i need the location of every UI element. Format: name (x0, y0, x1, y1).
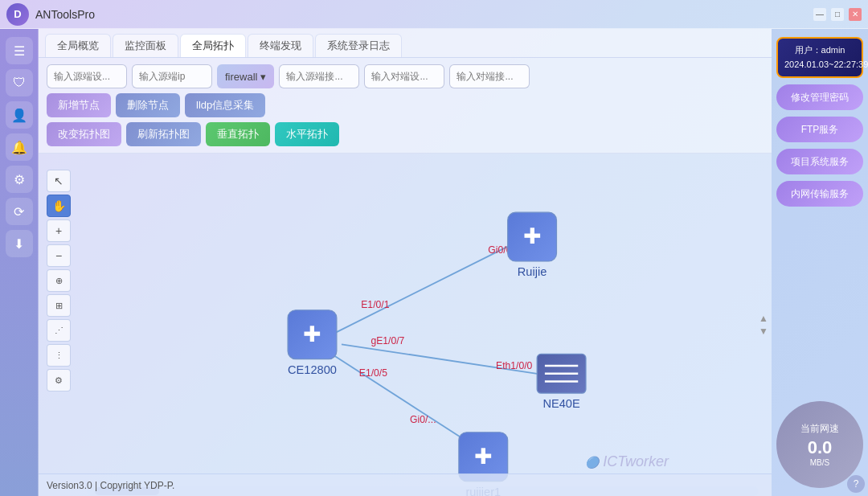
tab-syslog[interactable]: 系统登录日志 (315, 34, 402, 57)
intranet-button[interactable]: 内网传输服务 (776, 181, 863, 207)
svg-text:E1/0/1: E1/0/1 (361, 299, 389, 310)
svg-text:✚: ✚ (474, 445, 493, 469)
app-title: ANToolsPro (35, 8, 95, 21)
left-sidebar: ☰ 🛡 👤 🔔 ⚙ ⟳ ⬇ (0, 29, 39, 496)
user-label: 用户：admin (784, 43, 855, 58)
project-sys-button[interactable]: 项目系统服务 (776, 149, 863, 174)
sidebar-item-user[interactable]: 👤 (6, 101, 33, 129)
version-text: Version3.0 | Copyright YDP-P. (47, 480, 174, 491)
speed-meter: 当前网速 0.0 MB/S (776, 401, 863, 488)
svg-text:CE12800: CE12800 (288, 363, 337, 376)
input-dst-port[interactable] (449, 64, 530, 88)
add-node-button[interactable]: 新增节点 (47, 93, 111, 117)
input-src-device[interactable] (47, 64, 127, 88)
topology-svg: E1/0/1 Gi0/0 gE1/0/7 Eth1/0/0 E1/0/5 Gi0… (39, 154, 772, 496)
speed-unit: MB/S (810, 458, 829, 467)
tab-terminal[interactable]: 终端发现 (248, 34, 313, 57)
svg-text:Eth1/0/0: Eth1/0/0 (496, 360, 533, 371)
tab-monitor[interactable]: 监控面板 (113, 34, 178, 57)
change-pwd-button[interactable]: 修改管理密码 (776, 84, 863, 110)
user-datetime: 2024.01.03~22:27:39 (784, 58, 855, 72)
maximize-button[interactable]: □ (831, 8, 844, 21)
sidebar-item-logout[interactable]: ⬇ (6, 230, 33, 257)
input-dst-device[interactable] (364, 64, 444, 88)
app-logo: D (6, 3, 29, 26)
user-info-box: 用户：admin 2024.01.03~22:27:39 (776, 37, 863, 78)
horizontal-topo-button[interactable]: 水平拓扑 (275, 122, 339, 146)
del-node-button[interactable]: 删除节点 (116, 93, 180, 117)
svg-text:✚: ✚ (303, 322, 321, 346)
sidebar-item-settings[interactable]: ⚙ (6, 166, 33, 193)
minimize-button[interactable]: — (813, 8, 826, 21)
topology-area: ↖ ✋ + − ⊕ ⊞ ⋰ ⋮ ⚙ (39, 154, 772, 496)
change-topo-button[interactable]: 改变拓扑图 (47, 122, 121, 146)
sidebar-item-shield[interactable]: 🛡 (6, 69, 33, 96)
node-ce12800[interactable]: ✚ CE12800 (288, 310, 337, 376)
sidebar-item-menu[interactable]: ☰ (6, 37, 33, 64)
title-bar: D ANToolsPro — □ ✕ (0, 0, 868, 29)
main-layout: ☰ 🛡 👤 🔔 ⚙ ⟳ ⬇ 全局概览 监控面板 全局拓扑 终端发现 系统登录日志… (0, 29, 868, 496)
toolbar-row2: 新增节点 删除节点 lldp信息采集 (47, 93, 764, 117)
title-controls: — □ ✕ (813, 8, 862, 21)
center-content: 全局概览 监控面板 全局拓扑 终端发现 系统登录日志 firewall ▾ 新增… (39, 29, 772, 496)
node-ruijie[interactable]: ✚ Ruijie (508, 212, 557, 278)
topology-canvas[interactable]: ↖ ✋ + − ⊕ ⊞ ⋰ ⋮ ⚙ (39, 154, 772, 496)
input-src-port[interactable] (279, 64, 359, 88)
input-src-ip[interactable] (132, 64, 212, 88)
right-sidebar: 用户：admin 2024.01.03~22:27:39 修改管理密码 FTP服… (772, 29, 868, 496)
node-ne40e[interactable]: NE40E (537, 354, 586, 410)
toolbar-row3: 改变拓扑图 刷新拓扑图 垂直拓扑 水平拓扑 (47, 122, 764, 146)
refresh-topo-button[interactable]: 刷新拓扑图 (126, 122, 201, 146)
dropdown-firewall[interactable]: firewall ▾ (217, 64, 274, 88)
title-left: D ANToolsPro (6, 3, 95, 26)
sidebar-item-alert[interactable]: 🔔 (6, 133, 33, 161)
svg-text:E1/0/5: E1/0/5 (359, 367, 387, 379)
svg-text:NE40E: NE40E (542, 397, 579, 410)
tab-topology[interactable]: 全局拓扑 (180, 34, 246, 57)
svg-text:Gi0/...: Gi0/... (410, 414, 436, 425)
speed-value: 0.0 (808, 437, 833, 458)
speed-label: 当前网速 (800, 422, 839, 436)
dropdown-label: firewall (225, 71, 257, 83)
scroll-indicator: ▲ ▼ (759, 313, 768, 337)
ftp-button[interactable]: FTP服务 (776, 117, 863, 142)
toolbar-row1: firewall ▾ (47, 64, 764, 88)
sidebar-item-sync[interactable]: ⟳ (6, 198, 33, 225)
vertical-topo-button[interactable]: 垂直拓扑 (206, 122, 270, 146)
bottom-bar: Version3.0 | Copyright YDP-P. (39, 473, 772, 496)
tab-overview[interactable]: 全局概览 (45, 34, 111, 57)
close-button[interactable]: ✕ (849, 8, 862, 21)
help-icon[interactable]: ? (847, 475, 865, 493)
toolbar-area: firewall ▾ 新增节点 删除节点 lldp信息采集 改变拓扑图 刷新拓扑… (39, 58, 772, 154)
tab-bar: 全局概览 监控面板 全局拓扑 终端发现 系统登录日志 (39, 29, 772, 58)
chevron-down-icon: ▾ (260, 71, 266, 83)
svg-text:gE1/0/7: gE1/0/7 (371, 335, 404, 346)
svg-text:✚: ✚ (523, 224, 542, 248)
lldp-button[interactable]: lldp信息采集 (185, 93, 265, 117)
svg-text:Ruijie: Ruijie (518, 265, 547, 278)
